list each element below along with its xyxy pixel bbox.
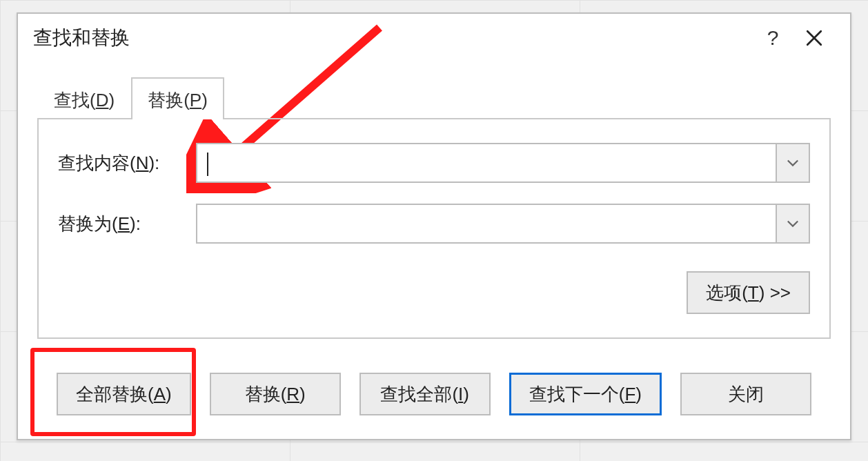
tab-replace[interactable]: 替换(P) xyxy=(131,77,224,119)
replace-button[interactable]: 替换(R) xyxy=(210,373,341,415)
chevron-down-icon xyxy=(787,219,799,228)
find-what-label: 查找内容(N): xyxy=(58,151,196,175)
chevron-down-icon xyxy=(787,159,799,167)
options-button[interactable]: 选项(T) >> xyxy=(687,271,810,314)
close-button[interactable]: 关闭 xyxy=(680,373,811,415)
dialog-button-row: 全部替换(A) 替换(R) 查找全部(I) 查找下一个(F) 关闭 xyxy=(57,373,811,415)
tab-find[interactable]: 查找(D) xyxy=(37,77,131,119)
replace-panel: 查找内容(N): 替换为(E): xyxy=(37,118,831,339)
replace-all-button[interactable]: 全部替换(A) xyxy=(57,373,191,415)
dialog-titlebar: 查找和替换 ? xyxy=(18,14,850,62)
find-next-button[interactable]: 查找下一个(F) xyxy=(509,373,662,415)
tab-strip: 查找(D) 替换(P) xyxy=(37,76,831,118)
dialog-title: 查找和替换 xyxy=(33,25,130,51)
replace-with-label: 替换为(E): xyxy=(58,212,196,236)
help-button[interactable]: ? xyxy=(752,21,793,55)
replace-with-dropdown[interactable] xyxy=(776,205,809,242)
find-what-combo xyxy=(196,143,810,183)
find-all-button[interactable]: 查找全部(I) xyxy=(359,373,491,415)
replace-with-combo xyxy=(196,204,810,244)
find-what-input[interactable] xyxy=(197,144,776,182)
text-caret xyxy=(207,153,208,176)
replace-with-input[interactable] xyxy=(197,205,776,242)
find-what-dropdown[interactable] xyxy=(776,144,809,182)
close-icon[interactable] xyxy=(793,21,835,55)
find-replace-dialog: 查找和替换 ? 查找(D) 替换(P) 查找内容(N): xyxy=(17,12,851,440)
